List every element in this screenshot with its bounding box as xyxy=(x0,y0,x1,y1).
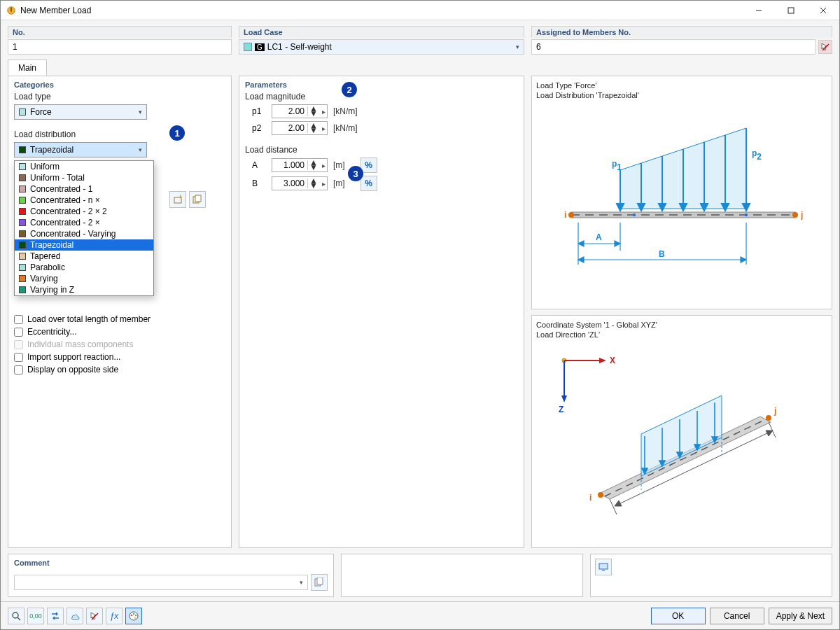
B-percent-button[interactable]: % xyxy=(360,176,377,191)
chevron-down-icon: ▾ xyxy=(516,43,519,50)
svg-text:Z: Z xyxy=(559,405,564,414)
svg-marker-76 xyxy=(766,430,773,436)
comment-library-button[interactable] xyxy=(311,574,328,591)
annotation-badge-3: 3 xyxy=(348,166,363,181)
titlebar: New Member Load xyxy=(1,1,839,20)
dist-option-varying[interactable]: Varying xyxy=(15,273,153,284)
dist-option-parabolic[interactable]: Parabolic xyxy=(15,262,153,273)
step-right-icon[interactable]: ▸ xyxy=(319,108,328,115)
svg-text:j: j xyxy=(774,406,776,416)
preview-cs2: Load Direction 'ZL' xyxy=(536,330,827,340)
dist-option-concentrated-2-[interactable]: Concentrated - 2 × xyxy=(15,217,153,228)
spin-down-icon[interactable]: ▼ xyxy=(308,111,319,116)
chevron-down-icon: ▾ xyxy=(300,579,303,586)
palette-icon xyxy=(129,611,139,621)
no-input[interactable]: 1 xyxy=(8,39,232,55)
A-input[interactable]: ▲▼ ▸ xyxy=(272,158,328,172)
p1-input[interactable]: ▲▼ ▸ xyxy=(272,104,328,118)
units-button[interactable]: 0,00 xyxy=(27,608,44,624)
svg-marker-43 xyxy=(741,257,746,262)
svg-point-12 xyxy=(568,212,574,218)
svg-text:B: B xyxy=(659,249,665,259)
preview-line2: Load Distribution 'Trapezoidal' xyxy=(536,90,827,100)
svg-marker-75 xyxy=(615,500,622,506)
dist-option-concentrated-varying[interactable]: Concentrated - Varying xyxy=(15,228,153,239)
svg-rect-78 xyxy=(317,578,323,584)
chevron-down-icon: ▾ xyxy=(139,108,142,115)
pick-members-button[interactable] xyxy=(818,40,832,54)
chk-display-opposite[interactable]: Display on opposite side xyxy=(8,363,231,376)
svg-text:X: X xyxy=(610,356,615,365)
svg-marker-40 xyxy=(615,241,620,246)
comment-select[interactable]: ▾ xyxy=(14,575,308,590)
svg-point-87 xyxy=(135,614,137,616)
p2-row: p2 ▲▼ ▸ [kN/m] xyxy=(239,120,524,136)
convert-button[interactable] xyxy=(47,608,64,624)
function-button[interactable]: ƒx xyxy=(106,608,122,624)
dist-option-uniform[interactable]: Uniform xyxy=(15,161,153,172)
svg-point-85 xyxy=(131,614,133,616)
minimize-button[interactable] xyxy=(743,1,775,20)
load-type-select[interactable]: Force ▾ xyxy=(14,104,147,120)
p2-input[interactable]: ▲▼ ▸ xyxy=(272,121,328,135)
display-icon xyxy=(598,562,608,572)
help-button[interactable] xyxy=(8,608,24,624)
cancel-button[interactable]: Cancel xyxy=(710,608,764,624)
maximize-button[interactable] xyxy=(775,1,807,20)
copy-icon xyxy=(192,195,202,204)
function-icon: ƒx xyxy=(110,611,119,621)
svg-marker-20 xyxy=(617,204,624,211)
svg-marker-48 xyxy=(599,358,606,363)
search-icon xyxy=(11,611,21,621)
preview-column: Load Type 'Force' Load Distribution 'Tra… xyxy=(531,76,832,548)
svg-text:p2: p2 xyxy=(752,148,762,162)
new-item-button[interactable] xyxy=(169,191,186,208)
magnitude-label: Load magnitude xyxy=(239,90,524,103)
load-dist-dropdown[interactable]: UniformUniform - TotalConcentrated - 1Co… xyxy=(14,160,154,296)
dist-option-concentrated-n-[interactable]: Concentrated - n × xyxy=(15,195,153,206)
load-type-label: Load type xyxy=(8,90,231,103)
svg-marker-26 xyxy=(680,204,687,211)
annotation-badge-2: 2 xyxy=(342,82,357,97)
preview-settings-button[interactable] xyxy=(595,559,612,575)
delete-pick-button[interactable] xyxy=(86,608,103,624)
wind-load-button[interactable] xyxy=(66,608,83,624)
dist-option-trapezoidal[interactable]: Trapezoidal xyxy=(15,239,153,251)
A-row: A ▲▼ ▸ [m] % xyxy=(239,156,524,174)
categories-title: Categories xyxy=(8,76,231,90)
close-button[interactable] xyxy=(807,1,839,20)
preview-top: Load Type 'Force' Load Distribution 'Tra… xyxy=(531,76,832,309)
copy-item-button[interactable] xyxy=(189,191,206,208)
B-row: B ▲▼ ▸ [m] % xyxy=(239,174,524,192)
svg-text:p1: p1 xyxy=(612,159,622,172)
B-input[interactable]: ▲▼ ▸ xyxy=(272,176,328,190)
load-dist-select[interactable]: Trapezoidal ▾ xyxy=(14,142,147,158)
transfer-icon xyxy=(50,611,60,621)
dist-option-concentrated-1[interactable]: Concentrated - 1 xyxy=(15,183,153,195)
color-button[interactable] xyxy=(125,608,142,624)
top-fields: No. 1 Load Case G LC1 - Self-weight ▾ As… xyxy=(1,20,839,59)
ok-button[interactable]: OK xyxy=(651,608,706,624)
dist-option-concentrated-2-2[interactable]: Concentrated - 2 × 2 xyxy=(15,206,153,217)
svg-rect-3 xyxy=(788,8,794,13)
tab-main[interactable]: Main xyxy=(8,59,47,76)
dist-option-tapered[interactable]: Tapered xyxy=(15,251,153,262)
chk-eccentricity[interactable]: Eccentricity... xyxy=(8,326,231,338)
distance-label: Load distance xyxy=(239,144,524,156)
dist-option-varying-in-z[interactable]: Varying in Z xyxy=(15,284,153,295)
window-title: New Member Load xyxy=(20,6,743,15)
preview-cs1: Coordinate System '1 - Global XYZ' xyxy=(536,320,827,330)
tabstrip: Main xyxy=(1,59,839,76)
new-icon xyxy=(173,195,183,204)
preview-diagram-top: i j p1 p2 xyxy=(536,100,823,309)
comment-area: Comment ▾ xyxy=(1,554,839,601)
assigned-input[interactable]: 6 xyxy=(531,39,816,55)
apply-next-button[interactable]: Apply & Next xyxy=(769,608,832,624)
chevron-down-icon: ▾ xyxy=(139,146,142,153)
loadcase-select[interactable]: G LC1 - Self-weight ▾ xyxy=(239,39,524,55)
dist-option-uniform-total[interactable]: Uniform - Total xyxy=(15,172,153,183)
chk-total-length[interactable]: Load over total length of member xyxy=(8,313,231,326)
preview-bottom: Coordinate System '1 - Global XYZ' Load … xyxy=(531,315,832,549)
svg-text:j: j xyxy=(800,210,803,220)
chk-import-reaction[interactable]: Import support reaction... xyxy=(8,351,231,363)
